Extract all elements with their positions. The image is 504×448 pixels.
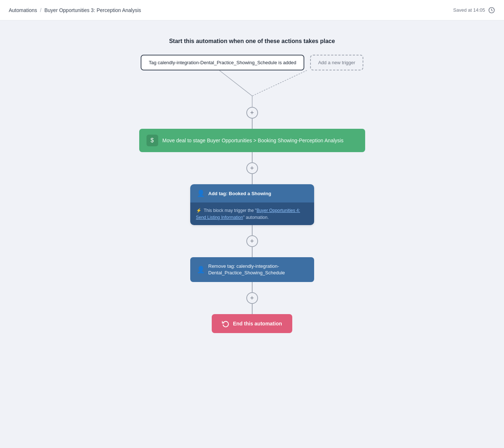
step2-automation-link[interactable]: Buyer Opportunities 4: Send Listing Info…	[196, 208, 300, 220]
add-step-button-4[interactable]: +	[246, 292, 258, 304]
bolt-icon: ⚡	[196, 208, 202, 213]
header-right: Saved at 14:05	[453, 7, 495, 14]
add-step-button-1[interactable]: +	[246, 107, 258, 119]
step1-block[interactable]: $ Move deal to stage Buyer Opportunities…	[139, 129, 365, 152]
history-icon[interactable]	[488, 7, 495, 14]
step2-block[interactable]: 👤 Add tag: Booked a Showing ⚡ This block…	[190, 184, 314, 225]
plus-btn-2-wrapper: +	[246, 162, 258, 184]
automation-canvas: Start this automation when one of these …	[0, 20, 504, 448]
step2-body-text: This block may trigger the "Buyer Opport…	[196, 208, 300, 220]
breadcrumb: Automations / Buyer Opportunities 3: Per…	[9, 7, 141, 13]
step2-body: ⚡ This block may trigger the "Buyer Oppo…	[190, 202, 314, 225]
step2-title: Add tag: Booked a Showing	[208, 191, 271, 196]
end-automation-block[interactable]: End this automation	[212, 314, 292, 333]
step2-wrapper: 👤 Add tag: Booked a Showing ⚡ This block…	[190, 184, 314, 235]
v-line-2	[252, 152, 253, 162]
step2-header: 👤 Add tag: Booked a Showing	[190, 184, 314, 202]
trigger-box[interactable]: Tag calendly-integration-Dental_Practice…	[141, 55, 304, 70]
person-icon-2: 👤	[197, 266, 205, 274]
svg-line-2	[252, 70, 307, 96]
breadcrumb-current-page: Buyer Opportunities 3: Perception Analys…	[44, 7, 141, 13]
add-trigger-button[interactable]: Add a new trigger	[310, 55, 363, 70]
v-line-7	[252, 304, 253, 314]
breadcrumb-separator: /	[40, 7, 42, 13]
v-line-1	[252, 119, 253, 129]
step1-label: Move deal to stage Buyer Opportunities >…	[163, 138, 344, 143]
plus-btn-4-wrapper: +	[246, 292, 258, 314]
header: Automations / Buyer Opportunities 3: Per…	[0, 0, 504, 20]
svg-line-1	[219, 70, 252, 96]
add-step-button-2[interactable]: +	[246, 162, 258, 174]
saved-status: Saved at 14:05	[453, 7, 485, 13]
step3-wrapper: 👤 Remove tag: calendly-integration-Denta…	[190, 257, 314, 292]
deal-icon: $	[146, 135, 158, 146]
v-line-6	[252, 282, 253, 292]
v-line-3	[252, 174, 253, 184]
trigger-connector	[132, 70, 372, 107]
v-line-5	[252, 247, 253, 257]
trigger-row: Tag calendly-integration-Dental_Practice…	[141, 55, 363, 70]
end-label: End this automation	[233, 321, 282, 327]
end-icon	[222, 320, 229, 327]
plus-btn-1-wrapper: +	[246, 107, 258, 129]
person-icon-1: 👤	[197, 189, 205, 197]
step1-wrapper: $ Move deal to stage Buyer Opportunities…	[139, 129, 365, 162]
add-step-button-3[interactable]: +	[246, 235, 258, 247]
v-line-4	[252, 225, 253, 235]
section-title: Start this automation when one of these …	[169, 38, 335, 45]
breadcrumb-automations-link[interactable]: Automations	[9, 7, 37, 13]
step3-block[interactable]: 👤 Remove tag: calendly-integration-Denta…	[190, 257, 314, 282]
step3-label: Remove tag: calendly-integration-Dental_…	[208, 263, 308, 276]
plus-btn-3-wrapper: +	[246, 235, 258, 257]
